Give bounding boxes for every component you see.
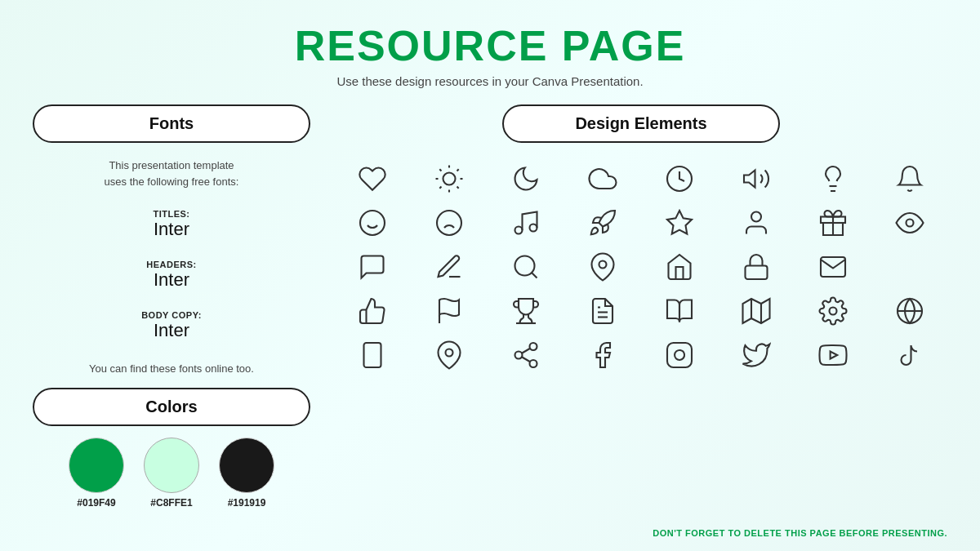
colors-header-box: Colors <box>33 388 310 426</box>
gift-icon <box>795 202 871 244</box>
svg-point-43 <box>515 352 523 359</box>
page-subtitle: Use these design resources in your Canva… <box>33 74 947 88</box>
twitter-icon <box>719 334 794 376</box>
svg-line-27 <box>532 273 537 278</box>
svg-point-16 <box>437 211 461 235</box>
svg-point-42 <box>530 343 537 350</box>
footer-note: DON'T FORGET TO DELETE THIS PAGE BEFORE … <box>653 528 947 538</box>
phone-icon <box>335 334 410 376</box>
svg-line-3 <box>439 170 441 171</box>
map-icon <box>719 290 794 332</box>
heart-icon <box>335 158 410 200</box>
book-icon <box>642 290 717 332</box>
svg-marker-21 <box>667 211 692 234</box>
thumbsup-icon <box>335 290 410 332</box>
page-container: RESOURCE PAGE Use these design resources… <box>0 0 980 551</box>
fonts-label: Fonts <box>149 114 194 132</box>
search-icon <box>488 246 564 288</box>
color1-circle <box>69 438 124 493</box>
share-icon <box>488 334 564 376</box>
headers-font-name: Inter <box>33 269 310 291</box>
color3-circle <box>219 438 274 493</box>
right-panel: Design Elements <box>335 104 947 535</box>
pin-icon <box>565 246 640 288</box>
bell-icon <box>872 158 947 200</box>
svg-point-28 <box>599 261 607 269</box>
svg-point-13 <box>360 211 385 235</box>
svg-marker-49 <box>831 352 838 359</box>
body-font-name: Inter <box>33 320 310 341</box>
edit-icon <box>412 246 487 288</box>
svg-rect-29 <box>746 266 768 280</box>
svg-line-46 <box>522 349 530 353</box>
flag-icon <box>412 290 487 332</box>
left-panel: Fonts This presentation templateuses the… <box>33 104 310 535</box>
bulb-icon <box>795 158 871 200</box>
lock-icon <box>719 246 794 288</box>
headers-label: HEADERS: <box>33 260 310 269</box>
home-icon <box>642 246 717 288</box>
headers-font-item: HEADERS: Inter <box>33 260 310 291</box>
fonts-description: This presentation templateuses the follo… <box>33 158 310 189</box>
svg-marker-33 <box>743 299 770 323</box>
svg-line-7 <box>439 187 441 189</box>
color3-swatch: #191919 <box>219 438 274 509</box>
fonts-header-box: Fonts <box>33 104 310 143</box>
svg-point-41 <box>446 349 453 357</box>
icons-grid <box>335 158 947 376</box>
music-icon <box>488 202 564 244</box>
svg-line-4 <box>457 187 459 189</box>
color1-label: #019F49 <box>77 497 115 509</box>
svg-point-25 <box>906 220 914 227</box>
frown-icon <box>412 202 487 244</box>
header: RESOURCE PAGE Use these design resources… <box>33 23 947 88</box>
megaphone-icon <box>719 158 794 200</box>
color2-circle <box>144 438 199 493</box>
design-elements-label: Design Elements <box>575 114 706 132</box>
eye-icon <box>872 202 947 244</box>
body-label: BODY COPY: <box>33 310 310 320</box>
svg-point-36 <box>830 308 837 315</box>
titles-font-name: Inter <box>33 219 310 240</box>
svg-line-45 <box>522 357 530 362</box>
page-title: RESOURCE PAGE <box>33 23 947 69</box>
sun-icon <box>412 158 487 200</box>
svg-point-0 <box>443 173 456 185</box>
instagram-icon <box>642 334 717 376</box>
user-icon <box>719 202 794 244</box>
cloud-icon <box>565 158 640 200</box>
svg-point-22 <box>751 212 761 222</box>
color3-label: #191919 <box>228 497 266 509</box>
location-icon <box>412 334 487 376</box>
globe-icon <box>872 290 947 332</box>
placeholder-icon3 <box>872 246 947 288</box>
main-content: Fonts This presentation templateuses the… <box>33 104 947 535</box>
svg-point-26 <box>515 256 535 276</box>
titles-label: TITLES: <box>33 209 310 219</box>
svg-point-19 <box>515 227 523 234</box>
colors-section: Colors #019F49 #C8FFE1 #191919 <box>33 388 310 509</box>
facebook-icon <box>565 334 640 376</box>
document-icon <box>565 290 640 332</box>
trophy-icon <box>488 290 564 332</box>
svg-rect-47 <box>667 343 692 367</box>
svg-point-20 <box>530 224 537 232</box>
color2-label: #C8FFE1 <box>150 497 192 509</box>
smile-icon <box>335 202 410 244</box>
clock-icon <box>642 158 717 200</box>
svg-line-8 <box>457 170 459 171</box>
tiktok-icon <box>872 334 947 376</box>
svg-rect-39 <box>364 343 381 367</box>
youtube-icon <box>795 334 871 376</box>
design-elements-header-box: Design Elements <box>502 104 780 143</box>
rocket-icon <box>565 202 640 244</box>
fonts-note: You can find these fonts online too. <box>33 362 310 375</box>
svg-point-44 <box>530 360 537 367</box>
mail-icon <box>795 246 871 288</box>
color1-swatch: #019F49 <box>69 438 124 509</box>
color-swatches: #019F49 #C8FFE1 #191919 <box>33 438 310 509</box>
star-icon <box>642 202 717 244</box>
body-font-item: BODY COPY: Inter <box>33 310 310 341</box>
settings-icon <box>795 290 871 332</box>
colors-label: Colors <box>145 398 197 415</box>
